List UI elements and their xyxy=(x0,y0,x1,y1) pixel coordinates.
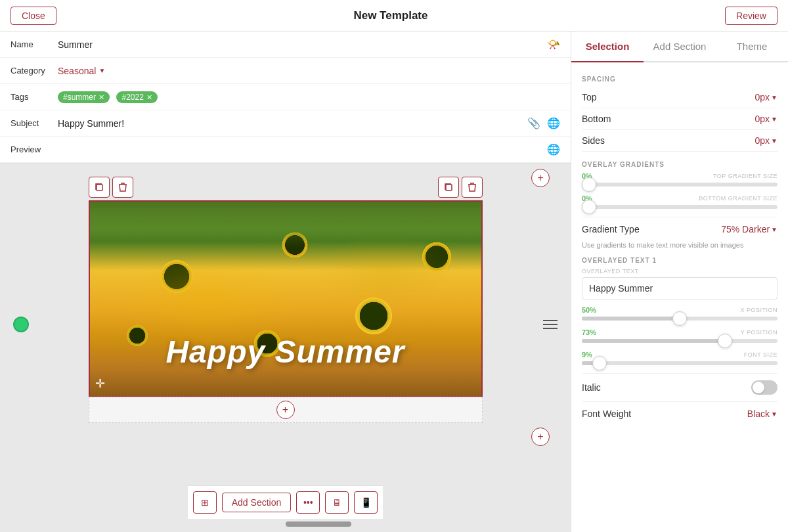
review-button[interactable]: Review xyxy=(725,7,777,25)
tag-summer-remove[interactable]: ✕ xyxy=(98,93,104,102)
category-value[interactable]: Seasonal ▼ xyxy=(58,66,105,76)
image-overlay-text: Happy Summer xyxy=(165,334,405,370)
main-layout: Name Summer 📯 Category Seasonal ▼ Tags #… xyxy=(0,32,788,532)
gradient-type-row: Gradient Type 75% Darker ▼ xyxy=(582,217,777,241)
section-copy-button[interactable] xyxy=(89,177,110,198)
tags-label: Tags xyxy=(11,92,58,102)
gradient-type-value[interactable]: 75% Darker ▼ xyxy=(721,224,777,234)
spacing-bottom-label: Bottom xyxy=(582,114,611,124)
svg-rect-0 xyxy=(97,185,102,190)
overlayed-text-field-label: OVERLAYED TEXT xyxy=(582,268,777,275)
y-position-slider-block: 73% Y POSITION xyxy=(582,328,777,343)
more-options-button[interactable]: ••• xyxy=(296,491,320,514)
desktop-view-button[interactable]: 🖥 xyxy=(325,491,349,514)
y-position-label: Y POSITION xyxy=(741,329,777,336)
category-label: Category xyxy=(11,66,58,76)
tab-selection[interactable]: Selection xyxy=(571,32,644,62)
font-size-pct: 9% xyxy=(582,351,592,359)
add-section-bottom-button[interactable]: + xyxy=(531,428,550,446)
add-below-row: + xyxy=(89,397,483,423)
tag-2022-remove[interactable]: ✕ xyxy=(146,93,152,102)
globe-icon[interactable]: 🌐 xyxy=(547,117,560,129)
green-dot-indicator xyxy=(13,317,29,332)
template-image-block: Happy Summer ✛ xyxy=(89,200,483,397)
section-delete-right-button[interactable] xyxy=(462,177,483,198)
right-panel-content: Spacing Top 0px ▼ Bottom 0px ▼ Sides 0px xyxy=(571,62,788,532)
name-value: Summer xyxy=(58,39,547,50)
x-position-pct: 50% xyxy=(582,306,596,314)
gradient-type-label: Gradient Type xyxy=(582,224,640,234)
tag-summer: #summer ✕ xyxy=(58,91,110,103)
canvas-scrollbar-thumb[interactable] xyxy=(286,521,351,527)
gradient-type-chevron: ▼ xyxy=(771,226,777,233)
spacing-sides-row: Sides 0px ▼ xyxy=(582,130,777,152)
overlayed-text-section-label: Overlayed Text 1 xyxy=(582,257,777,264)
section-top-controls xyxy=(89,177,483,198)
close-button[interactable]: Close xyxy=(11,7,56,25)
spacing-top-value[interactable]: 0px ▼ xyxy=(755,92,777,102)
attachment-icon[interactable]: 📎 xyxy=(527,117,540,129)
font-size-slider-block: 9% FONT SIZE xyxy=(582,351,777,365)
add-section-label: Add Section xyxy=(232,497,282,508)
tab-theme[interactable]: Theme xyxy=(716,32,788,61)
top-gradient-thumb[interactable] xyxy=(582,177,596,192)
category-row: Category Seasonal ▼ xyxy=(0,58,571,84)
x-position-thumb[interactable] xyxy=(672,311,687,326)
section-copy-right-button[interactable] xyxy=(438,177,459,198)
toggle-knob xyxy=(753,382,764,393)
preview-globe-icon[interactable]: 🌐 xyxy=(547,143,560,156)
top-gradient-label: TOP GRADIENT SIZE xyxy=(713,173,777,179)
bottom-gradient-slider-block: 0% BOTTOM GRADIENT SIZE xyxy=(582,194,777,209)
section-delete-button[interactable] xyxy=(112,177,133,198)
top-gradient-slider-block: 0% TOP GRADIENT SIZE xyxy=(582,172,777,187)
name-row: Name Summer 📯 xyxy=(0,32,571,58)
tab-add-section[interactable]: Add Section xyxy=(644,32,716,61)
grid-view-button[interactable]: ⊞ xyxy=(193,491,217,514)
left-panel: Name Summer 📯 Category Seasonal ▼ Tags #… xyxy=(0,32,571,532)
font-weight-row: Font Weight Black ▼ xyxy=(582,401,777,426)
bottom-gradient-track[interactable] xyxy=(582,205,777,209)
section-handle[interactable] xyxy=(543,320,558,329)
spacing-section-label: Spacing xyxy=(582,76,777,83)
italic-toggle[interactable] xyxy=(751,380,777,395)
x-position-track[interactable] xyxy=(582,317,777,321)
add-section-toolbar-button[interactable]: Add Section xyxy=(222,493,292,512)
spacing-bottom-chevron: ▼ xyxy=(771,116,777,123)
tags-row: Tags #summer ✕ #2022 ✕ xyxy=(0,84,571,110)
overlayed-text-field[interactable] xyxy=(582,277,777,299)
subject-input[interactable] xyxy=(58,118,527,129)
tags-container: #summer ✕ #2022 ✕ xyxy=(58,91,162,103)
svg-rect-1 xyxy=(446,185,452,190)
spacing-top-chevron: ▼ xyxy=(771,94,777,101)
canvas-area: + xyxy=(0,164,571,532)
right-panel: Selection Add Section Theme Spacing Top … xyxy=(571,32,788,532)
spacing-bottom-row: Bottom 0px ▼ xyxy=(582,108,777,130)
top-gradient-track[interactable] xyxy=(582,183,777,187)
y-position-track[interactable] xyxy=(582,339,777,343)
font-size-track[interactable] xyxy=(582,361,777,365)
y-position-thumb[interactable] xyxy=(718,334,732,348)
name-label: Name xyxy=(11,39,58,49)
spacing-bottom-value[interactable]: 0px ▼ xyxy=(755,114,777,124)
move-handle[interactable]: ✛ xyxy=(95,376,105,391)
right-panel-tabs: Selection Add Section Theme xyxy=(571,32,788,62)
italic-label: Italic xyxy=(582,382,601,393)
subject-label: Subject xyxy=(11,118,58,128)
preview-label: Preview xyxy=(11,144,58,154)
font-weight-value[interactable]: Black ▼ xyxy=(747,409,777,419)
fields-area: Name Summer 📯 Category Seasonal ▼ Tags #… xyxy=(0,32,571,164)
gradient-hint: Use gradients to make text more visible … xyxy=(582,241,777,249)
mobile-view-button[interactable]: 📱 xyxy=(354,491,378,514)
bottom-gradient-thumb[interactable] xyxy=(582,200,596,214)
spacing-sides-label: Sides xyxy=(582,135,605,146)
add-section-center-button[interactable]: + xyxy=(276,401,295,419)
subject-icons: 📎 🌐 xyxy=(527,117,560,129)
overlay-gradients-label: Overlay Gradients xyxy=(582,161,777,168)
spacing-sides-value[interactable]: 0px ▼ xyxy=(755,135,777,146)
add-section-top-button[interactable]: + xyxy=(531,169,550,187)
copy-icon[interactable]: 📯 xyxy=(547,38,560,51)
x-position-label: X POSITION xyxy=(740,307,777,313)
spacing-sides-chevron: ▼ xyxy=(771,137,777,144)
category-dropdown-arrow: ▼ xyxy=(98,67,105,74)
font-size-thumb[interactable] xyxy=(592,356,607,370)
